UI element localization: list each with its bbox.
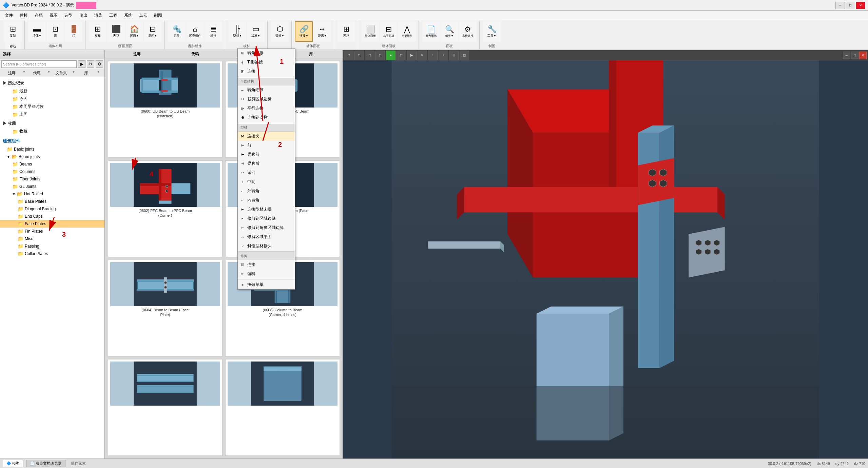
ctx-trim-angle-zone[interactable]: ✂ 修剪到角度区域边缘	[238, 223, 295, 232]
ctx-by-menu[interactable]: ≡ 按钮菜单	[238, 280, 295, 289]
menu-view[interactable]: 视图	[46, 12, 61, 19]
connect-button[interactable]: 🔗 连接▼	[295, 21, 313, 42]
history-header[interactable]: ▶ 历史记录	[0, 79, 104, 87]
component-card-0600[interactable]: (0600) UB Beam to UB Beam(Notched)	[108, 61, 223, 158]
ctx-outer-corner[interactable]: ⌐ 外转角	[238, 187, 295, 196]
tree-item-gl-joints[interactable]: 📁 GL Joints	[0, 183, 104, 190]
advanced-model-button[interactable]: ⚙ 高级建模	[459, 21, 477, 42]
truss-button[interactable]: ⋀ 桁架操作	[398, 21, 416, 42]
template-button[interactable]: ⊞ 模板	[89, 21, 107, 42]
col-filter-library[interactable]: ▼	[95, 70, 102, 76]
window-button[interactable]: ⊡ 窗	[46, 21, 64, 42]
component-card-0604[interactable]: (0604) Beam to Beam (FacePlate)	[108, 260, 223, 356]
ctx-parallel-connect[interactable]: ⫸ 平行连接	[238, 104, 295, 113]
board-button[interactable]: ▭ 板材▼	[247, 21, 265, 42]
tree-item-beam-joints[interactable]: ▼ 📂 Beam joints	[0, 153, 104, 160]
ceiling-button[interactable]: ⬛ 天花	[107, 21, 125, 42]
ctx-middle[interactable]: ⊥ 中间	[238, 177, 295, 187]
menu-archive[interactable]: 存档	[31, 12, 46, 19]
roof-button[interactable]: 🏠 屋面▼	[126, 21, 143, 42]
viewport-close-btn[interactable]: ✕	[859, 52, 867, 59]
move-button[interactable]: 移动	[5, 42, 20, 50]
menu-select[interactable]: 选型	[61, 12, 76, 19]
viewport-btn-5[interactable]: ●	[386, 51, 396, 60]
ctx-inner-corner[interactable]: ⌐ 内转角	[238, 196, 295, 205]
room-button[interactable]: ⊟ 房间▼	[144, 21, 161, 42]
tree-item-beams[interactable]: 📁 Beams	[0, 160, 104, 168]
status-tab-docs[interactable]: 📄 项目文档浏览器	[26, 460, 65, 467]
ctx-connect[interactable]: ⚿ 连接	[238, 67, 295, 76]
search-settings-button[interactable]: ⚙	[96, 60, 103, 68]
history-last-week[interactable]: 📁 上周	[0, 111, 104, 118]
ctx-connect-to-support[interactable]: ⊕ 连接到支撑	[238, 113, 295, 122]
tree-item-diagonal-bracing[interactable]: 📁 Diagonal Bracing	[0, 205, 104, 213]
ctx-return[interactable]: ↩ 返回	[238, 168, 295, 177]
stairs-button[interactable]: ≣ 梯样	[205, 21, 222, 42]
viewport-btn-7[interactable]: ▶	[407, 51, 417, 60]
ctx-corner-detail[interactable]: ⌐ 转角细节	[238, 85, 295, 95]
copy-button[interactable]: ⊞ 复制	[4, 21, 22, 42]
ctx-t-connect[interactable]: ┤ T 形连接	[238, 58, 295, 67]
component-card-bottom2[interactable]	[225, 359, 340, 456]
search-input[interactable]	[1, 60, 77, 68]
bookmarks-header[interactable]: ▶ 收藏	[0, 120, 104, 128]
tree-item-floor-joints[interactable]: 📁 Floor Joints	[0, 175, 104, 183]
detail-button[interactable]: 🔍 细节▼	[441, 21, 458, 42]
viewport-min-btn[interactable]: ─	[843, 52, 850, 59]
ctx-connect-end[interactable]: ⊢ 连接型材末端	[238, 205, 295, 214]
tree-item-fin-plates[interactable]: 📁 Fin Plates	[0, 228, 104, 235]
ctx-edit[interactable]: ✏ 编辑	[238, 269, 295, 278]
bookmarks-item[interactable]: 📁 收藏	[0, 128, 104, 135]
menu-output[interactable]: 输出	[76, 12, 91, 19]
status-tab-model[interactable]: 🔷 模型	[3, 460, 23, 467]
tree-item-collar-plates[interactable]: 📁 Collar Plates	[0, 250, 104, 257]
search-go-button[interactable]: ▶	[78, 60, 85, 68]
col-filter-annotation[interactable]: ▼	[21, 70, 27, 76]
tree-item-base-plates[interactable]: 📁 Base Plates	[0, 198, 104, 205]
viewport-btn-12[interactable]: ◻	[460, 51, 469, 60]
component-card-bottom1[interactable]	[108, 359, 223, 456]
ctx-front[interactable]: ⊢ 前	[238, 141, 295, 150]
profile-button[interactable]: ╠ 型材▼	[229, 21, 246, 42]
distance-button[interactable]: ↔ 距离▼	[313, 21, 331, 42]
ref-drawing-button[interactable]: 📄 参考图纸	[422, 21, 440, 42]
component-card-0602[interactable]: (0602) PFC Beam to PFC Beam(Corner)	[108, 160, 223, 257]
tree-area[interactable]: ▶ 历史记录 📁 最新 📁 今天 📁 本周早些时候 📁 上周	[0, 77, 104, 459]
viewport-btn-1[interactable]: □	[344, 51, 353, 60]
tree-item-face-plates[interactable]: 📁 Face Plates	[0, 220, 104, 228]
viewport-btn-2[interactable]: □	[354, 51, 364, 60]
tree-item-misc[interactable]: 📁 Misc	[0, 235, 104, 242]
viewport-btn-8[interactable]: ✕	[418, 51, 427, 60]
close-button[interactable]: ✕	[856, 2, 865, 9]
wall-button[interactable]: ▬ 墙体▼	[28, 21, 46, 42]
tools-button[interactable]: 🔧 工具▼	[483, 21, 501, 42]
horizontal-panel-button[interactable]: ⊟ 水平面板	[380, 21, 398, 42]
maximize-button[interactable]: □	[846, 2, 855, 9]
minimize-button[interactable]: ─	[835, 2, 845, 9]
menu-render[interactable]: 渲染	[91, 12, 106, 19]
menu-file[interactable]: 文件	[1, 12, 16, 19]
door-button[interactable]: 🚪 门	[65, 21, 82, 42]
ctx-cut-zone-edge[interactable]: ✂ 裁剪区域边缘	[238, 95, 295, 104]
ctx-beam-back[interactable]: ⊣ 梁腹后	[238, 159, 295, 168]
viewport-btn-11[interactable]: ⊞	[449, 51, 459, 60]
ctx-connect2[interactable]: ⚿ 连接	[238, 260, 295, 269]
tree-item-passing[interactable]: 📁 Passing	[0, 242, 104, 250]
viewport-btn-9[interactable]: ↕	[428, 51, 438, 60]
col-filter-folder[interactable]: ▼	[70, 70, 77, 76]
history-today[interactable]: 📁 今天	[0, 95, 104, 103]
menu-project[interactable]: 工程	[106, 12, 121, 19]
wall-face-button[interactable]: ⬜ 墙体面板	[362, 21, 379, 42]
tree-item-end-caps[interactable]: 📁 End Caps	[0, 213, 104, 220]
tree-item-hot-rolled[interactable]: ▼ 📂 Hot Rolled	[0, 190, 104, 198]
col-filter-code[interactable]: ▼	[45, 70, 52, 76]
viewport-btn-4[interactable]: □	[375, 51, 385, 60]
viewport-btn-3[interactable]: □	[365, 51, 374, 60]
menu-system[interactable]: 系统	[121, 12, 136, 19]
component-button[interactable]: 🔩 组件	[168, 21, 186, 42]
menu-pointcloud[interactable]: 点云	[136, 12, 151, 19]
ctx-trim-zone-plane[interactable]: ▱ 修剪区域平面	[238, 232, 295, 241]
ridge-board-button[interactable]: ⌂ 屋脊板件	[186, 21, 204, 42]
ctx-beam-front[interactable]: ⊢ 梁腹前	[238, 150, 295, 159]
ctx-connector[interactable]: ⋈ 连接夹	[238, 132, 295, 141]
